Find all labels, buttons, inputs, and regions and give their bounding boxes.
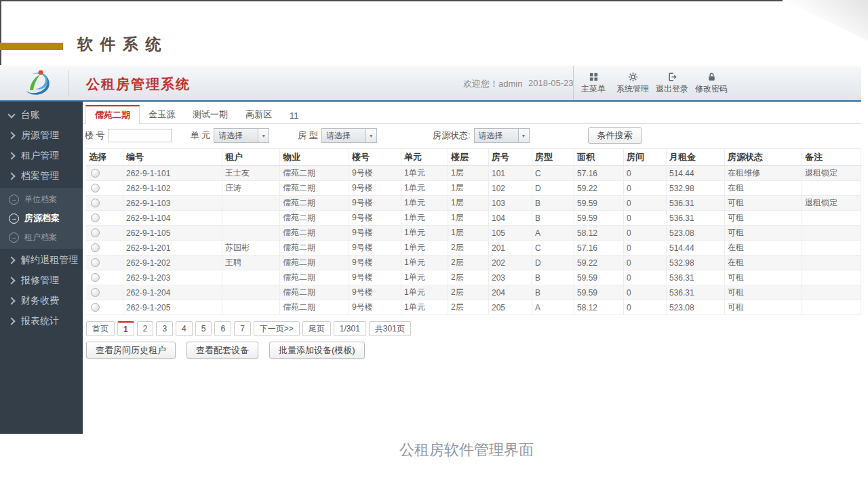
sidebar-item-ledger[interactable]: 台账 — [0, 105, 83, 125]
table-cell: 1层 — [448, 211, 489, 225]
sidebar: 台账房源管理租户管理档案管理→单位档案→房源档案→租户档案解约退租管理报修管理财… — [0, 102, 83, 434]
chevron-down-icon[interactable]: ▾ — [518, 128, 530, 143]
main-menu-button[interactable]: 主菜单 — [574, 66, 613, 100]
table-cell — [222, 270, 280, 285]
chevron-down-icon[interactable]: ▾ — [366, 128, 377, 143]
sidebar-item-tenant-archive[interactable]: →租户档案 — [0, 228, 83, 247]
pager-total-pages[interactable]: 共301页 — [369, 321, 411, 336]
row-radio[interactable] — [91, 228, 100, 237]
tab-jinyuyuan[interactable]: 金玉源 — [140, 106, 184, 123]
row-select-cell — [86, 196, 123, 210]
row-radio[interactable] — [91, 288, 100, 297]
chevron-down-icon[interactable]: ▾ — [258, 128, 269, 143]
sidebar-item-label: 单位档案 — [24, 194, 57, 205]
view-equipment-button[interactable]: 查看配套设备 — [186, 342, 258, 359]
table-cell: 9号楼 — [349, 270, 401, 285]
table-cell: 儒苑二期 — [280, 196, 349, 210]
pager-first[interactable]: 首页 — [86, 321, 115, 336]
table-cell: 1单元 — [401, 166, 448, 180]
building-number-input[interactable] — [108, 129, 172, 142]
row-radio[interactable] — [91, 258, 100, 267]
table-cell: 2层 — [448, 241, 489, 255]
table-cell: 儒苑二期 — [280, 270, 349, 285]
pager-last[interactable]: 尾页 — [302, 321, 331, 336]
row-radio[interactable] — [91, 184, 100, 192]
pager-page-5[interactable]: 5 — [195, 321, 212, 336]
sidebar-item-housing-management[interactable]: 房源管理 — [0, 125, 83, 146]
table-cell: 9号楼 — [349, 241, 401, 255]
column-header-building: 楼号 — [349, 149, 401, 165]
row-radio[interactable] — [91, 303, 100, 312]
sidebar-item-label: 档案管理 — [21, 170, 59, 182]
table-cell: A — [532, 300, 574, 314]
table-row: 262-9-1-202王聘儒苑二期9号楼1单元2层202D59.220532.9… — [86, 256, 861, 270]
sidebar-item-report-statistics[interactable]: 报表统计 — [0, 311, 83, 331]
pager-page-7[interactable]: 7 — [234, 321, 251, 336]
view-room-history-tenants-button[interactable]: 查看房间历史租户 — [86, 342, 176, 359]
row-radio[interactable] — [91, 169, 100, 178]
table-cell — [802, 226, 861, 240]
top-border-line — [0, 0, 783, 1]
sidebar-item-repair-management[interactable]: 报修管理 — [0, 270, 83, 291]
row-radio[interactable] — [91, 243, 100, 252]
table-cell: 59.59 — [574, 285, 624, 300]
batch-add-equipment-template-button[interactable]: 批量添加设备(模板) — [269, 342, 365, 359]
sidebar-item-termination-management[interactable]: 解约退租管理 — [0, 250, 83, 270]
pager-page-2[interactable]: 2 — [137, 321, 154, 336]
pager-page-1[interactable]: 1 — [117, 321, 134, 336]
unit-select[interactable]: 请选择 ▾ — [214, 128, 269, 143]
sidebar-item-unit-archive[interactable]: →单位档案 — [0, 190, 83, 209]
main-content: 儒苑二期金玉源测试一期高新区11 楼 号 单 元 请选择 ▾ 房 型 请选择 ▾… — [83, 102, 861, 434]
pager-current-indicator[interactable]: 1/301 — [334, 321, 366, 336]
pager-page-4[interactable]: 4 — [176, 321, 193, 336]
select-value: 请选择 — [474, 128, 518, 143]
chevron-right-icon — [7, 131, 15, 139]
table-cell: 2层 — [448, 270, 489, 285]
change-password-button[interactable]: 修改密码 — [692, 66, 731, 100]
table-cell: 1单元 — [401, 241, 448, 255]
table-row: 262-9-1-204儒苑二期9号楼1单元2层204B59.590536.31可… — [86, 285, 861, 300]
row-select-cell — [86, 226, 123, 240]
row-select-cell — [86, 256, 123, 270]
tab-test-phase1[interactable]: 测试一期 — [184, 106, 237, 123]
row-radio[interactable] — [91, 199, 100, 207]
tab-11[interactable]: 11 — [281, 108, 308, 123]
sidebar-item-label: 租户档案 — [24, 232, 57, 243]
gold-accent-bar — [0, 43, 63, 50]
tab-gaoxin-district[interactable]: 高新区 — [237, 106, 281, 123]
table-cell: 苏国彬 — [222, 241, 280, 255]
table-cell: 在租维修 — [725, 166, 802, 180]
tab-ruyuan-phase2[interactable]: 儒苑二期 — [85, 105, 140, 124]
table-cell: 262-9-1-104 — [123, 211, 222, 225]
table-cell: 0 — [624, 166, 667, 180]
row-radio[interactable] — [91, 214, 100, 222]
corner-triangle — [782, 0, 868, 41]
slide-title: 软 件 系 统 — [77, 35, 162, 54]
search-button[interactable]: 条件搜索 — [588, 127, 642, 144]
room-type-select[interactable]: 请选择 ▾ — [321, 128, 377, 143]
select-value: 请选择 — [214, 128, 258, 143]
table-cell: 9号楼 — [349, 285, 401, 300]
table-cell: 1单元 — [401, 285, 448, 300]
table-cell: 57.16 — [574, 241, 624, 255]
pager-next[interactable]: 下一页>> — [254, 321, 300, 336]
sidebar-item-tenant-management[interactable]: 租户管理 — [0, 146, 83, 166]
pager-page-6[interactable]: 6 — [214, 321, 231, 336]
system-management-button[interactable]: 系统管理 — [613, 66, 652, 100]
status-select[interactable]: 请选择 ▾ — [474, 128, 530, 143]
status-label: 房源状态: — [433, 129, 471, 142]
logout-button[interactable]: 退出登录 — [652, 66, 692, 100]
sidebar-item-housing-archive[interactable]: →房源档案 — [0, 209, 83, 228]
pagination: 首页1234567下一页>>尾页1/301共301页 — [86, 321, 861, 336]
table-cell: 王聘 — [222, 256, 280, 270]
row-select-cell — [86, 300, 123, 314]
pager-page-3[interactable]: 3 — [156, 321, 173, 336]
table-cell: 1层 — [448, 196, 489, 210]
table-cell: 儒苑二期 — [280, 166, 349, 180]
sidebar-item-archive-management[interactable]: 档案管理 — [0, 166, 83, 186]
row-radio[interactable] — [91, 273, 100, 282]
table-cell: 0 — [624, 181, 667, 195]
table-cell: 1单元 — [401, 211, 448, 225]
select-value: 请选择 — [321, 128, 366, 143]
sidebar-item-finance-charges[interactable]: 财务收费 — [0, 291, 83, 311]
